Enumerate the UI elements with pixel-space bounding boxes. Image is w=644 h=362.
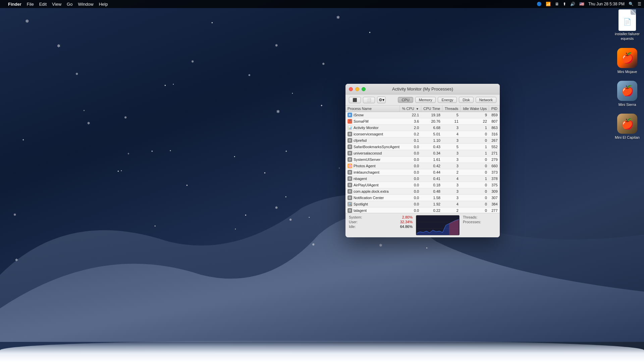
col-threads[interactable]: Threads: [442, 106, 461, 112]
desktop: ❄✻❄●❄●✻●✻●❄❄✻✻●●●✻❄●●✻●❄●●❄●●✻●●+✦✦✦✦✦++…: [0, 0, 644, 362]
table-row[interactable]: ❄ iSnow 22.1 19.18 5 9 859: [345, 112, 500, 118]
idle-label: Idle:: [349, 225, 356, 229]
window-minimize-button[interactable]: [355, 87, 359, 91]
table-row[interactable]: ⚙ cfprefsd 0.1 1.10 3 0 267: [345, 137, 500, 144]
datetime-display: Thu Jun 28 5:38 PM: [588, 2, 625, 6]
go-menu[interactable]: Go: [67, 2, 72, 7]
installer-icon-label: installer.failurerequests: [615, 32, 640, 41]
wifi-icon: 📶: [546, 2, 551, 6]
table-row[interactable]: 🎵 SomaFM 3.6 20.76 11 22 807: [345, 118, 500, 125]
tab-memory[interactable]: Memory: [415, 97, 436, 103]
toolbar-btn-1[interactable]: ⬛: [349, 97, 361, 103]
window-footer: System: 2.80% User: 32.34% Idle: 64.86% …: [345, 213, 500, 237]
desktop-icon-mini-elcapitan[interactable]: 🍎 Mini El Capitan: [614, 114, 641, 140]
time-machine-icon: ⬆: [563, 2, 566, 6]
mini-mojave-label: Mini Mojave: [618, 69, 637, 74]
window-titlebar: Activity Monitor (My Processes): [345, 84, 500, 95]
threads-label: Threads:: [463, 215, 483, 219]
table-row[interactable]: ⚙ talagent 0.0 0.22 2 0 277: [345, 207, 500, 213]
desktop-icon-installer[interactable]: 📄 installer.failurerequests: [614, 10, 641, 41]
notification-icon[interactable]: ☰: [638, 2, 641, 6]
desktop-icon-mini-mojave[interactable]: 🍎 Mini Mojave: [614, 48, 641, 74]
file-menu[interactable]: File: [27, 2, 34, 7]
mini-elcapitan-label: Mini El Capitan: [615, 135, 640, 140]
col-pid[interactable]: PID: [489, 106, 500, 112]
window-controls: [349, 87, 366, 91]
flag-icon: 🇺🇸: [579, 2, 584, 6]
table-row[interactable]: 📊 Activity Monitor 2.0 6.68 3 1 863: [345, 125, 500, 131]
dune-decoration: [0, 174, 644, 342]
mirroring-icon: 🖥: [555, 2, 559, 6]
spotlight-icon[interactable]: 🔍: [629, 2, 634, 6]
col-process-name[interactable]: Process Name: [345, 106, 400, 112]
table-row[interactable]: ⚙ AirPlayUIAgent 0.0 0.18 3 0 375: [345, 182, 500, 188]
user-label: User:: [349, 220, 358, 224]
mini-sierra-label: Mini Sierra: [619, 102, 636, 107]
col-cpu[interactable]: % CPU ▼: [400, 106, 421, 112]
window-toolbar: ⬛ ⬜ ⚙▾ CPU Memory Energy Disk Network: [345, 95, 500, 106]
desktop-icons: 📄 installer.failurerequests 🍎 Mini Mojav…: [614, 10, 641, 140]
table-row[interactable]: 🔍 Spotlight 0.0 1.92 4 0 384: [345, 201, 500, 207]
tab-disk[interactable]: Disk: [459, 97, 473, 103]
window-close-button[interactable]: [349, 87, 353, 91]
volume-icon: 🔊: [570, 2, 575, 6]
table-row[interactable]: ⚙ universalaccessd 0.0 0.34 3 1 271: [345, 150, 500, 157]
table-row[interactable]: ⚙ com.apple.dock.extra 0.0 0.48 3 0 309: [345, 188, 500, 195]
cpu-load-chart: CPU LOAD: [416, 215, 460, 235]
table-row[interactable]: ⚙ SafariBookmarksSyncAgent 0.0 0.43 5 1 …: [345, 144, 500, 150]
user-value: 32.34%: [400, 220, 413, 224]
bluetooth-icon: 🔵: [537, 2, 542, 6]
desktop-icon-mini-sierra[interactable]: 🍎 Mini Sierra: [614, 81, 641, 107]
table-row[interactable]: ⚙ imklaunchagent 0.0 0.44 2 0 373: [345, 169, 500, 176]
tab-network[interactable]: Network: [476, 97, 496, 103]
window-menu[interactable]: Window: [78, 2, 93, 7]
table-row[interactable]: ⚙ SystemUIServer 0.0 1.61 3 0 279: [345, 157, 500, 163]
idle-value: 64.86%: [400, 225, 413, 229]
footer-right-stats: Threads: Processes:: [463, 215, 496, 235]
view-menu[interactable]: View: [52, 2, 61, 7]
help-menu[interactable]: Help: [99, 2, 108, 7]
table-row[interactable]: 🌸 Photos Agent 0.0 0.42 3 0 660: [345, 163, 500, 169]
menubar: Finder File Edit View Go Window Help 🔵 📶…: [0, 0, 644, 8]
table-row[interactable]: ⚙ nbagent 0.0 0.41 4 1 378: [345, 176, 500, 182]
system-value: 2.80%: [402, 215, 413, 219]
tab-energy[interactable]: Energy: [438, 97, 457, 103]
window-maximize-button[interactable]: [362, 87, 366, 91]
window-title: Activity Monitor (My Processes): [392, 86, 453, 92]
edit-menu[interactable]: Edit: [39, 2, 47, 7]
activity-monitor-window: Activity Monitor (My Processes) ⬛ ⬜ ⚙▾ C…: [345, 84, 500, 237]
processes-label: Processes:: [463, 220, 483, 224]
snow-ground: [0, 340, 644, 362]
col-idle-wakeups[interactable]: Idle Wake Ups: [461, 106, 489, 112]
table-row[interactable]: ⚙ iconservicesagent 0.2 5.01 4 0 316: [345, 131, 500, 137]
col-cpu-time[interactable]: CPU Time: [421, 106, 442, 112]
process-table: Process Name % CPU ▼ CPU Time Threads Id…: [345, 106, 500, 213]
toolbar-btn-2[interactable]: ⬜: [363, 97, 375, 103]
table-row[interactable]: ⚙ Notification Center 0.0 1.58 3 0 307: [345, 195, 500, 201]
finder-menu[interactable]: Finder: [8, 2, 21, 7]
process-table-container[interactable]: Process Name % CPU ▼ CPU Time Threads Id…: [345, 106, 500, 213]
system-label: System:: [349, 215, 362, 219]
gear-button[interactable]: ⚙▾: [377, 97, 386, 103]
tab-cpu[interactable]: CPU: [398, 97, 413, 103]
cpu-stats: System: 2.80% User: 32.34% Idle: 64.86%: [349, 215, 413, 235]
